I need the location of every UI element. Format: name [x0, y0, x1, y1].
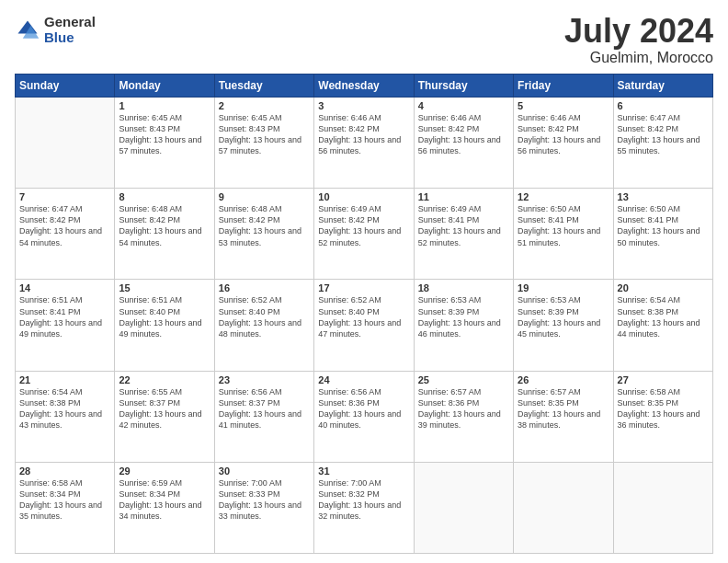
- calendar-header-row: Sunday Monday Tuesday Wednesday Thursday…: [16, 75, 713, 98]
- header: General Blue July 2024 Guelmim, Morocco: [15, 15, 713, 66]
- table-row: 18Sunrise: 6:53 AM Sunset: 8:39 PM Dayli…: [414, 280, 513, 371]
- day-info: Sunrise: 6:52 AM Sunset: 8:40 PM Dayligh…: [318, 294, 409, 339]
- table-row: 20Sunrise: 6:54 AM Sunset: 8:38 PM Dayli…: [613, 280, 712, 371]
- table-row: [514, 462, 613, 553]
- day-number: 9: [219, 191, 310, 202]
- table-row: 15Sunrise: 6:51 AM Sunset: 8:40 PM Dayli…: [115, 280, 214, 371]
- day-info: Sunrise: 6:50 AM Sunset: 8:41 PM Dayligh…: [518, 203, 609, 248]
- table-row: 16Sunrise: 6:52 AM Sunset: 8:40 PM Dayli…: [214, 280, 313, 371]
- day-number: 27: [618, 374, 709, 385]
- table-row: 14Sunrise: 6:51 AM Sunset: 8:41 PM Dayli…: [16, 280, 115, 371]
- table-row: 5Sunrise: 6:46 AM Sunset: 8:42 PM Daylig…: [514, 98, 613, 189]
- day-number: 14: [19, 282, 110, 293]
- day-number: 15: [119, 282, 210, 293]
- day-info: Sunrise: 6:50 AM Sunset: 8:41 PM Dayligh…: [618, 203, 709, 248]
- day-number: 5: [518, 100, 609, 111]
- day-number: 25: [418, 374, 509, 385]
- table-row: 11Sunrise: 6:49 AM Sunset: 8:41 PM Dayli…: [414, 189, 513, 280]
- day-info: Sunrise: 6:51 AM Sunset: 8:41 PM Dayligh…: [19, 294, 110, 339]
- table-row: 26Sunrise: 6:57 AM Sunset: 8:35 PM Dayli…: [514, 371, 613, 462]
- day-number: 16: [219, 282, 310, 293]
- title-location: Guelmim, Morocco: [564, 50, 713, 66]
- day-info: Sunrise: 6:53 AM Sunset: 8:39 PM Dayligh…: [418, 294, 509, 339]
- table-row: 24Sunrise: 6:56 AM Sunset: 8:36 PM Dayli…: [314, 371, 414, 462]
- table-row: 13Sunrise: 6:50 AM Sunset: 8:41 PM Dayli…: [613, 189, 712, 280]
- logo-blue: Blue: [44, 30, 96, 46]
- table-row: 8Sunrise: 6:48 AM Sunset: 8:42 PM Daylig…: [115, 189, 214, 280]
- table-row: 31Sunrise: 7:00 AM Sunset: 8:32 PM Dayli…: [314, 462, 414, 553]
- calendar-week-row: 7Sunrise: 6:47 AM Sunset: 8:42 PM Daylig…: [16, 189, 713, 280]
- day-info: Sunrise: 6:46 AM Sunset: 8:42 PM Dayligh…: [418, 112, 509, 157]
- day-info: Sunrise: 7:00 AM Sunset: 8:33 PM Dayligh…: [219, 477, 310, 523]
- day-number: 31: [318, 465, 409, 477]
- table-row: [613, 462, 712, 553]
- title-month: July 2024: [564, 15, 713, 48]
- day-number: 17: [318, 282, 409, 293]
- day-number: 8: [119, 191, 210, 202]
- table-row: 6Sunrise: 6:47 AM Sunset: 8:42 PM Daylig…: [613, 98, 712, 189]
- day-info: Sunrise: 6:48 AM Sunset: 8:42 PM Dayligh…: [119, 203, 210, 248]
- col-thursday: Thursday: [414, 75, 513, 98]
- day-number: 29: [119, 465, 210, 477]
- table-row: 12Sunrise: 6:50 AM Sunset: 8:41 PM Dayli…: [514, 189, 613, 280]
- logo-text: General Blue: [44, 15, 96, 45]
- table-row: 22Sunrise: 6:55 AM Sunset: 8:37 PM Dayli…: [115, 371, 214, 462]
- col-wednesday: Wednesday: [314, 75, 414, 98]
- day-info: Sunrise: 6:46 AM Sunset: 8:42 PM Dayligh…: [518, 112, 609, 157]
- day-info: Sunrise: 6:53 AM Sunset: 8:39 PM Dayligh…: [518, 294, 609, 339]
- day-number: 24: [318, 374, 409, 385]
- table-row: 3Sunrise: 6:46 AM Sunset: 8:42 PM Daylig…: [314, 98, 414, 189]
- day-number: 20: [618, 282, 709, 293]
- table-row: 4Sunrise: 6:46 AM Sunset: 8:42 PM Daylig…: [414, 98, 513, 189]
- table-row: 19Sunrise: 6:53 AM Sunset: 8:39 PM Dayli…: [514, 280, 613, 371]
- day-info: Sunrise: 6:54 AM Sunset: 8:38 PM Dayligh…: [618, 294, 709, 339]
- day-info: Sunrise: 6:57 AM Sunset: 8:36 PM Dayligh…: [418, 386, 509, 431]
- table-row: 29Sunrise: 6:59 AM Sunset: 8:34 PM Dayli…: [115, 462, 214, 553]
- day-info: Sunrise: 6:56 AM Sunset: 8:37 PM Dayligh…: [219, 386, 310, 431]
- calendar-week-row: 14Sunrise: 6:51 AM Sunset: 8:41 PM Dayli…: [16, 280, 713, 371]
- day-info: Sunrise: 6:57 AM Sunset: 8:35 PM Dayligh…: [518, 386, 609, 431]
- day-info: Sunrise: 7:00 AM Sunset: 8:32 PM Dayligh…: [318, 477, 409, 523]
- table-row: 2Sunrise: 6:45 AM Sunset: 8:43 PM Daylig…: [214, 98, 313, 189]
- title-block: July 2024 Guelmim, Morocco: [564, 15, 713, 66]
- col-saturday: Saturday: [613, 75, 712, 98]
- col-monday: Monday: [115, 75, 214, 98]
- col-friday: Friday: [514, 75, 613, 98]
- table-row: 21Sunrise: 6:54 AM Sunset: 8:38 PM Dayli…: [16, 371, 115, 462]
- calendar-week-row: 28Sunrise: 6:58 AM Sunset: 8:34 PM Dayli…: [16, 462, 713, 553]
- day-info: Sunrise: 6:49 AM Sunset: 8:41 PM Dayligh…: [418, 203, 509, 248]
- day-number: 13: [618, 191, 709, 202]
- logo-icon: [15, 17, 40, 43]
- day-number: 4: [418, 100, 509, 111]
- day-number: 26: [518, 374, 609, 385]
- day-number: 2: [219, 100, 310, 111]
- day-info: Sunrise: 6:56 AM Sunset: 8:36 PM Dayligh…: [318, 386, 409, 431]
- table-row: 30Sunrise: 7:00 AM Sunset: 8:33 PM Dayli…: [214, 462, 313, 553]
- day-info: Sunrise: 6:47 AM Sunset: 8:42 PM Dayligh…: [19, 203, 110, 248]
- table-row: 7Sunrise: 6:47 AM Sunset: 8:42 PM Daylig…: [16, 189, 115, 280]
- day-number: 6: [618, 100, 709, 111]
- table-row: 27Sunrise: 6:58 AM Sunset: 8:35 PM Dayli…: [613, 371, 712, 462]
- day-info: Sunrise: 6:58 AM Sunset: 8:35 PM Dayligh…: [618, 386, 709, 431]
- day-info: Sunrise: 6:49 AM Sunset: 8:42 PM Dayligh…: [318, 203, 409, 248]
- table-row: 17Sunrise: 6:52 AM Sunset: 8:40 PM Dayli…: [314, 280, 414, 371]
- calendar-table: Sunday Monday Tuesday Wednesday Thursday…: [15, 74, 713, 554]
- table-row: 10Sunrise: 6:49 AM Sunset: 8:42 PM Dayli…: [314, 189, 414, 280]
- day-number: 19: [518, 282, 609, 293]
- day-number: 1: [119, 100, 210, 111]
- day-number: 3: [318, 100, 409, 111]
- day-info: Sunrise: 6:46 AM Sunset: 8:42 PM Dayligh…: [318, 112, 409, 157]
- day-number: 10: [318, 191, 409, 202]
- table-row: 25Sunrise: 6:57 AM Sunset: 8:36 PM Dayli…: [414, 371, 513, 462]
- day-number: 30: [219, 465, 310, 477]
- day-number: 7: [19, 191, 110, 202]
- day-info: Sunrise: 6:59 AM Sunset: 8:34 PM Dayligh…: [119, 477, 210, 523]
- day-info: Sunrise: 6:52 AM Sunset: 8:40 PM Dayligh…: [219, 294, 310, 339]
- day-info: Sunrise: 6:47 AM Sunset: 8:42 PM Dayligh…: [618, 112, 709, 157]
- day-number: 23: [219, 374, 310, 385]
- day-number: 28: [19, 465, 110, 477]
- page: General Blue July 2024 Guelmim, Morocco …: [0, 0, 728, 563]
- table-row: 23Sunrise: 6:56 AM Sunset: 8:37 PM Dayli…: [214, 371, 313, 462]
- day-number: 22: [119, 374, 210, 385]
- table-row: [414, 462, 513, 553]
